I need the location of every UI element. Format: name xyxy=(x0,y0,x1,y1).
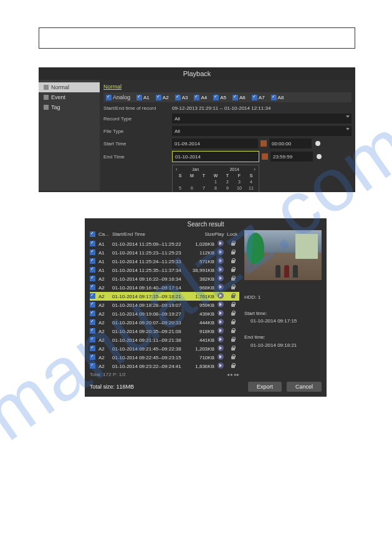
calendar-day[interactable]: 17 xyxy=(234,191,245,192)
start-date-input[interactable]: 01-09-2014 xyxy=(172,138,258,148)
result-row[interactable]: A201-10-2014 09:23:22--09:24:411,836KB xyxy=(90,362,239,371)
lock-icon[interactable] xyxy=(231,302,236,308)
calendar-popup[interactable]: ‹ Jan 2014 › SMTWTFS12345678910111213141… xyxy=(172,165,259,192)
result-row[interactable]: A101-10-2014 11:25:09--11:25:221,028KB xyxy=(90,240,239,248)
record-type-select[interactable]: All xyxy=(172,114,351,124)
result-row[interactable]: A201-10-2014 09:21:11--09:21:38441KB xyxy=(90,336,239,344)
camera-a2[interactable]: A2 xyxy=(156,95,169,100)
play-icon[interactable] xyxy=(218,354,224,360)
prev-month-icon[interactable]: ‹ xyxy=(176,167,177,172)
row-checkbox[interactable] xyxy=(90,319,95,325)
row-checkbox[interactable] xyxy=(90,354,95,360)
sidebar-item-event[interactable]: Event xyxy=(39,92,100,102)
play-icon[interactable] xyxy=(218,345,224,351)
result-row[interactable]: A201-10-2014 09:21:45--09:22:381,203KB xyxy=(90,344,239,353)
start-time-input[interactable]: 00:00:00 xyxy=(269,138,312,148)
calendar-icon[interactable] xyxy=(261,140,267,147)
checkbox-analog[interactable] xyxy=(106,95,112,100)
lock-icon[interactable] xyxy=(231,258,236,264)
video-preview[interactable] xyxy=(244,230,322,280)
row-checkbox[interactable] xyxy=(90,302,95,308)
camera-a7[interactable]: A7 xyxy=(252,95,265,100)
play-icon[interactable] xyxy=(218,319,224,325)
result-row[interactable]: A201-10-2014 09:16:22--09:16:34382KB xyxy=(90,274,239,283)
calendar-day[interactable]: 15 xyxy=(210,191,221,192)
result-row[interactable]: A201-10-2014 09:20:07--09:20:33444KB xyxy=(90,318,239,327)
calendar-day[interactable]: 8 xyxy=(210,185,221,191)
file-type-select[interactable]: All xyxy=(172,126,351,136)
lock-icon[interactable] xyxy=(231,293,236,299)
play-icon[interactable] xyxy=(218,284,224,290)
lock-icon[interactable] xyxy=(231,319,236,325)
calendar-day[interactable]: 18 xyxy=(246,191,257,192)
calendar-day[interactable]: 5 xyxy=(174,185,186,191)
lock-icon[interactable] xyxy=(231,241,236,246)
result-row[interactable]: A201-10-2014 09:16:40--09:17:14968KB xyxy=(90,283,239,292)
row-checkbox[interactable] xyxy=(90,363,95,369)
play-icon[interactable] xyxy=(218,310,224,316)
lock-icon[interactable] xyxy=(231,337,236,342)
play-icon[interactable] xyxy=(218,293,224,299)
calendar-day[interactable]: 6 xyxy=(186,185,198,191)
lock-icon[interactable] xyxy=(231,311,236,316)
calendar-day[interactable]: 10 xyxy=(234,185,245,191)
play-icon[interactable] xyxy=(218,327,224,334)
row-checkbox[interactable] xyxy=(90,284,95,290)
lock-icon[interactable] xyxy=(231,354,236,360)
calendar-day[interactable]: 12 xyxy=(174,191,186,192)
camera-a3[interactable]: A3 xyxy=(175,95,188,100)
row-checkbox[interactable] xyxy=(90,267,95,273)
lock-icon[interactable] xyxy=(231,328,236,334)
pager-controls[interactable]: ◂ ▸ ▸▸ xyxy=(227,372,239,377)
camera-a8[interactable]: A8 xyxy=(271,95,284,100)
clock-icon[interactable] xyxy=(317,154,322,159)
result-row[interactable]: A201-10-2014 09:18:28--09:19:07959KB xyxy=(90,301,239,309)
play-icon[interactable] xyxy=(218,249,224,255)
result-row[interactable]: A101-10-2014 11:25:24--11:25:33571KB xyxy=(90,257,239,266)
result-row[interactable]: A201-10-2014 09:17:15--09:18:211,761KB xyxy=(90,292,239,301)
calendar-day[interactable]: 11 xyxy=(246,185,257,191)
row-checkbox[interactable] xyxy=(90,249,95,255)
result-row[interactable]: A201-10-2014 09:20:35--09:21:08918KB xyxy=(90,327,239,336)
calendar-day[interactable]: 7 xyxy=(198,185,209,191)
calendar-day[interactable]: 2 xyxy=(222,179,233,185)
play-icon[interactable] xyxy=(218,258,224,264)
row-checkbox[interactable] xyxy=(90,328,95,334)
calendar-day[interactable]: 9 xyxy=(222,185,233,191)
row-checkbox[interactable] xyxy=(90,293,95,299)
row-checkbox[interactable] xyxy=(90,258,95,264)
row-checkbox[interactable] xyxy=(90,337,95,342)
camera-a6[interactable]: A6 xyxy=(232,95,246,100)
end-date-input[interactable]: 01-10-2014 xyxy=(172,151,259,162)
lock-icon[interactable] xyxy=(231,284,236,290)
lock-icon[interactable] xyxy=(231,249,236,255)
result-row[interactable]: A201-10-2014 09:19:08--09:19:27439KB xyxy=(90,309,239,318)
row-checkbox[interactable] xyxy=(90,346,95,351)
sidebar-item-normal[interactable]: Normal xyxy=(39,82,100,92)
lock-icon[interactable] xyxy=(231,267,236,273)
play-icon[interactable] xyxy=(218,240,224,246)
lock-icon[interactable] xyxy=(231,363,236,369)
play-icon[interactable] xyxy=(218,266,224,273)
row-checkbox[interactable] xyxy=(90,241,95,246)
play-icon[interactable] xyxy=(218,336,224,342)
play-icon[interactable] xyxy=(218,362,224,369)
next-month-icon[interactable]: › xyxy=(254,167,256,172)
calendar-day[interactable]: 3 xyxy=(234,179,245,185)
calendar-day[interactable]: 16 xyxy=(222,191,233,192)
clock-icon[interactable] xyxy=(315,141,320,146)
result-row[interactable]: A101-10-2014 11:25:35--11:37:3438,991KB xyxy=(90,266,239,274)
calendar-icon[interactable] xyxy=(262,153,268,160)
end-time-input[interactable]: 23:59:59 xyxy=(270,152,313,162)
select-all-checkbox[interactable] xyxy=(90,231,95,237)
play-icon[interactable] xyxy=(218,301,224,308)
row-checkbox[interactable] xyxy=(90,276,95,281)
export-button[interactable]: Export xyxy=(248,382,282,392)
sidebar-item-tag[interactable]: Tag xyxy=(39,102,100,112)
calendar-day[interactable]: 4 xyxy=(246,179,257,185)
calendar-day[interactable]: 1 xyxy=(210,179,221,185)
result-row[interactable]: A101-10-2014 11:25:23--11:25:23112KB xyxy=(90,248,239,257)
play-icon[interactable] xyxy=(218,275,224,281)
camera-a1[interactable]: A1 xyxy=(136,95,150,100)
camera-a4[interactable]: A4 xyxy=(194,95,207,100)
